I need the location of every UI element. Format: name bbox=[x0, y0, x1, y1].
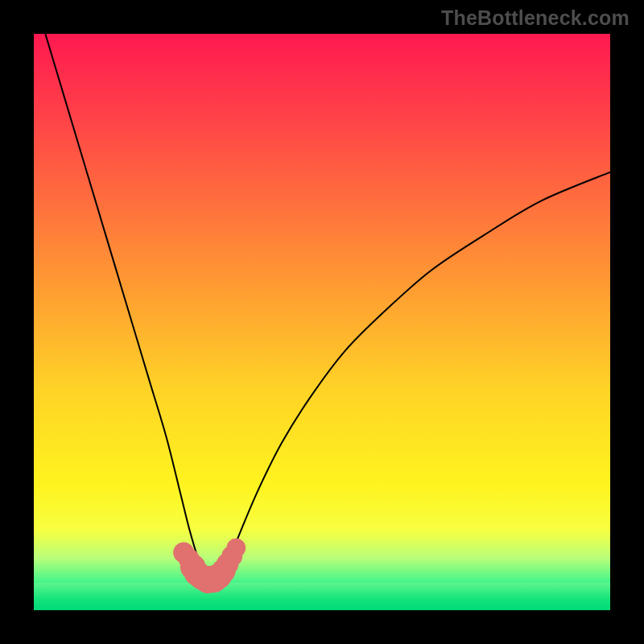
trough-markers bbox=[173, 539, 246, 593]
chart-frame: TheBottleneck.com bbox=[0, 0, 644, 644]
right-curve bbox=[221, 172, 610, 579]
left-curve bbox=[45, 34, 206, 579]
watermark-text: TheBottleneck.com bbox=[441, 6, 630, 30]
curve-layer bbox=[34, 34, 610, 610]
trough-marker bbox=[227, 539, 246, 558]
